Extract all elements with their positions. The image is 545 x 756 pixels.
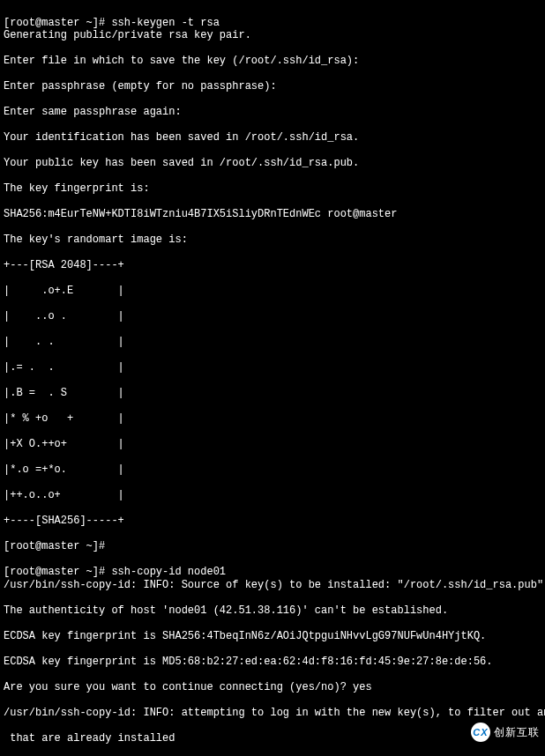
- output-line: SHA256:m4EurTeNW+KDTI8iWTzniu4B7IX5iSliy…: [4, 208, 541, 221]
- output-line: Enter file in which to save the key (/ro…: [4, 55, 541, 68]
- output-line: Your public key has been saved in /root/…: [4, 157, 541, 170]
- output-line: Enter same passphrase again:: [4, 106, 541, 119]
- output-line: Are you sure you want to continue connec…: [4, 681, 541, 694]
- randomart-line: +---[RSA 2048]----+: [4, 259, 541, 272]
- randomart-line: |++.o..o+ |: [4, 489, 541, 502]
- shell-prompt: [root@master ~]#: [4, 540, 541, 553]
- randomart-line: | . . |: [4, 336, 541, 349]
- output-line: that are already installed: [4, 732, 541, 745]
- prompt-text: [root@master ~]#: [4, 566, 111, 578]
- command-text: ssh-copy-id node01: [111, 566, 226, 578]
- watermark-logo-icon: CX: [471, 723, 490, 742]
- watermark-text: 创新互联: [494, 726, 540, 739]
- watermark: CX 创新互联: [471, 723, 540, 742]
- randomart-line: | ..o . |: [4, 310, 541, 323]
- shell-prompt: [root@master ~]#: [4, 17, 111, 29]
- randomart-line: +----[SHA256]-----+: [4, 515, 541, 528]
- prompt-text: [root@master ~]#: [4, 17, 111, 29]
- randomart-line: | .o+.E |: [4, 285, 541, 298]
- output-line: The key's randomart image is:: [4, 233, 541, 247]
- output-line: /usr/bin/ssh-copy-id: INFO: Source of ke…: [4, 579, 541, 592]
- output-line: The authenticity of host 'node01 (42.51.…: [4, 604, 541, 618]
- output-line: ECDSA key fingerprint is MD5:68:b2:27:ed…: [4, 656, 541, 669]
- output-line: ECDSA key fingerprint is SHA256:4TbeqInN…: [4, 630, 541, 643]
- output-line: The key fingerprint is:: [4, 182, 541, 196]
- randomart-line: |.= . . |: [4, 361, 541, 374]
- command-text: ssh-keygen -t rsa: [111, 17, 219, 29]
- shell-prompt: [root@master ~]#: [4, 566, 111, 578]
- output-line: Your identification has been saved in /r…: [4, 131, 541, 145]
- randomart-line: |.B = . S |: [4, 387, 541, 400]
- randomart-line: |* % +o + |: [4, 412, 541, 426]
- randomart-line: |*.o =+*o. |: [4, 463, 541, 477]
- output-line: /usr/bin/ssh-copy-id: INFO: attempting t…: [4, 707, 541, 720]
- terminal[interactable]: [root@master ~]# ssh-keygen -t rsa Gener…: [0, 0, 545, 756]
- randomart-line: |+X O.++o+ |: [4, 438, 541, 451]
- output-line: Generating public/private rsa key pair.: [4, 29, 541, 42]
- output-line: Enter passphrase (empty for no passphras…: [4, 80, 541, 93]
